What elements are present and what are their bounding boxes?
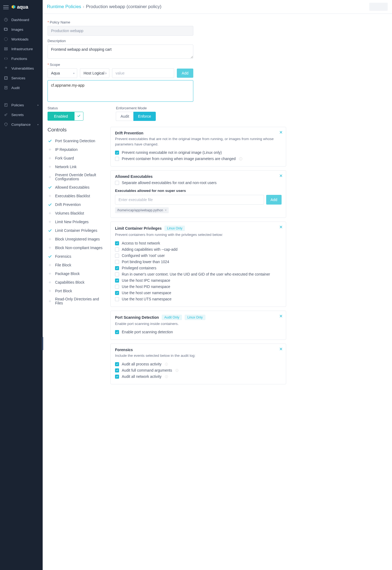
control-item[interactable]: Drift Prevention (48, 200, 108, 209)
menu-icon[interactable] (3, 5, 9, 9)
topbar-action[interactable] (369, 3, 388, 11)
checkbox[interactable] (115, 272, 119, 276)
scope-tags[interactable]: cf.appname.my-app (48, 80, 193, 102)
checkbox[interactable] (115, 260, 119, 264)
control-item[interactable]: Executables Blacklist (48, 192, 108, 200)
executable-add-button[interactable]: Add (266, 195, 282, 205)
control-item[interactable]: File Block (48, 261, 108, 269)
control-item[interactable]: Volumes Blacklist (48, 209, 108, 218)
control-label: IP Reputation (55, 148, 77, 152)
checkbox[interactable] (115, 151, 119, 155)
audit-icon (4, 86, 8, 90)
option-label: Access to host network (122, 241, 160, 245)
plus-icon (48, 194, 52, 198)
breadcrumb-root[interactable]: Runtime Policies (47, 4, 81, 9)
control-item[interactable]: Package Block (48, 269, 108, 278)
control-item[interactable]: IP Reputation (48, 145, 108, 154)
info-icon (165, 375, 168, 378)
status-check-icon[interactable] (74, 112, 83, 121)
control-item[interactable]: Limit Container Privileges (48, 226, 108, 235)
option-label: Audit all process activity (122, 362, 161, 366)
control-item[interactable]: Network Link (48, 162, 108, 171)
control-label: Limit Container Privileges (55, 229, 97, 233)
svg-point-16 (166, 364, 167, 364)
panel-desc: Enable port scanning inside containers. (115, 321, 282, 327)
nav-label: Images (11, 28, 39, 32)
compliance-icon (4, 122, 8, 127)
nav-item-images[interactable]: Images (0, 25, 43, 34)
checkbox[interactable] (115, 375, 119, 379)
nav-label: Functions (11, 57, 39, 61)
logo-text: aqua (17, 4, 28, 10)
logo[interactable]: aqua (11, 4, 28, 10)
option-label: Audit all network activity (122, 375, 161, 379)
nav-label: Services (11, 76, 39, 80)
enforcement-enforce-button[interactable]: Enforce (133, 112, 156, 121)
linux-only-badge: Linux Only (185, 315, 205, 320)
close-icon[interactable]: ✕ (279, 225, 283, 230)
nav-item-secrets[interactable]: Secrets (0, 110, 43, 120)
check-icon (48, 202, 52, 207)
close-icon[interactable]: ✕ (279, 314, 283, 319)
info-icon: i (239, 157, 242, 161)
option-label: Use the host PID namespace (122, 285, 170, 289)
close-icon[interactable]: ✕ (279, 173, 283, 178)
checkbox[interactable] (115, 157, 119, 161)
scope-value-input[interactable] (112, 68, 174, 78)
status-enabled-button[interactable]: Enabled (48, 112, 74, 121)
services-icon (4, 76, 8, 80)
control-item[interactable]: Read-Only Directories and Files (48, 295, 108, 307)
control-item[interactable]: Limit New Privileges (48, 218, 108, 226)
scope-select-key[interactable] (80, 68, 109, 78)
nav-item-services[interactable]: Services (0, 73, 43, 83)
control-label: Fork Guard (55, 156, 74, 160)
tag-remove-icon[interactable]: × (165, 208, 167, 212)
checkbox[interactable] (115, 291, 119, 295)
plus-icon (48, 175, 52, 179)
checkbox[interactable] (115, 241, 119, 245)
control-item[interactable]: Block Unregistered Images (48, 235, 108, 243)
checkbox[interactable] (115, 362, 119, 366)
option-label: Use the host user namespace (122, 291, 171, 295)
control-item[interactable]: Fork Guard (48, 154, 108, 162)
checkbox[interactable] (115, 266, 119, 270)
checkbox[interactable] (115, 254, 119, 258)
info-icon (165, 362, 168, 366)
checkbox[interactable] (115, 297, 119, 301)
nav-item-workloads[interactable]: Workloads (0, 34, 43, 44)
enforcement-audit-button[interactable]: Audit (116, 112, 133, 121)
nav-item-vulnerabilities[interactable]: Vulnerabilities (0, 63, 43, 73)
nav-label: Secrets (11, 113, 39, 117)
nav-item-infrastructure[interactable]: Infrastructure (0, 44, 43, 54)
checkbox[interactable] (115, 279, 119, 283)
checkbox[interactable] (115, 368, 119, 372)
vulnerabilities-icon (4, 66, 8, 70)
control-item[interactable]: Block Non-compliant Images (48, 243, 108, 252)
sidebar-resize-handle[interactable] (42, 337, 43, 350)
option-label: Use the host IPC namespace (122, 279, 170, 283)
control-label: Block Unregistered Images (55, 237, 100, 241)
close-icon[interactable]: ✕ (279, 130, 283, 135)
option-label: Privileged containers (122, 266, 156, 270)
control-item[interactable]: Forensics (48, 252, 108, 261)
nav-item-policies[interactable]: Policies▸ (0, 100, 43, 110)
nav-item-dashboard[interactable]: Dashboard (0, 15, 43, 25)
control-item[interactable]: Allowed Executables (48, 183, 108, 192)
nav-item-audit[interactable]: Audit (0, 83, 43, 93)
checkbox[interactable] (115, 285, 119, 289)
checkbox[interactable] (115, 181, 119, 185)
control-item[interactable]: Prevent Override Default Configurations (48, 171, 108, 183)
nav-item-functions[interactable]: Functions (0, 54, 43, 63)
control-item[interactable]: Capabilities Block (48, 278, 108, 287)
checkbox[interactable] (115, 330, 119, 334)
control-item[interactable]: Port Block (48, 287, 108, 295)
description-input[interactable] (48, 45, 193, 59)
plus-icon (48, 147, 52, 152)
close-icon[interactable]: ✕ (279, 347, 283, 352)
control-item[interactable]: Port Scanning Detection (48, 137, 108, 145)
scope-select-type[interactable] (48, 68, 77, 78)
executable-input[interactable] (115, 195, 264, 205)
checkbox[interactable] (115, 247, 119, 252)
scope-add-button[interactable]: Add (177, 69, 193, 78)
nav-item-compliance[interactable]: Compliance▸ (0, 120, 43, 129)
